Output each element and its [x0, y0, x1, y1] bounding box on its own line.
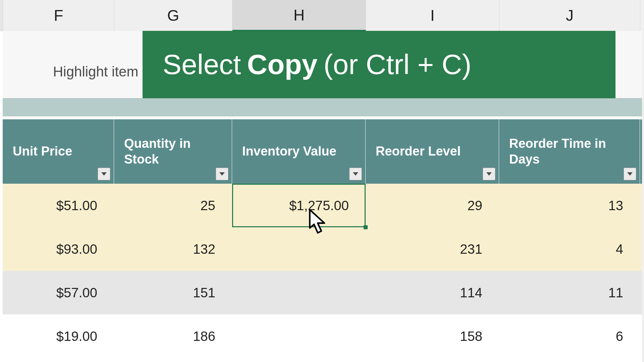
cell-reorder-days[interactable]: 11: [499, 271, 640, 314]
highlight-items-label: Highlight item: [53, 64, 138, 80]
filter-dropdown-icon[interactable]: [98, 168, 110, 180]
col-header-label: Reorder Level: [376, 143, 489, 160]
gutter: [0, 0, 3, 31]
cell-quantity[interactable]: 186: [114, 314, 232, 358]
cell-inventory-value[interactable]: [232, 227, 366, 271]
teal-separator-bar: [3, 98, 644, 116]
cell-reorder-days[interactable]: 4: [499, 227, 640, 271]
cell-reorder-days[interactable]: 6: [499, 314, 640, 358]
cell-unit-price[interactable]: $51.00: [3, 184, 114, 227]
cell-reorder-level[interactable]: 231: [366, 227, 499, 271]
filter-dropdown-icon[interactable]: [624, 168, 636, 180]
cell-inventory-value[interactable]: $1,275.00: [232, 184, 366, 227]
column-header-F[interactable]: F: [3, 0, 114, 31]
col-header-label: Inventory Value: [242, 143, 355, 160]
col-header-label: Unit Price: [13, 143, 104, 160]
scrollbar-track[interactable]: [642, 0, 644, 362]
column-header-H[interactable]: H: [232, 0, 366, 31]
filter-dropdown-icon[interactable]: [216, 168, 228, 180]
column-header-G[interactable]: G: [114, 0, 232, 31]
banner-prefix: Select: [163, 48, 241, 81]
filter-dropdown-icon[interactable]: [483, 168, 495, 180]
column-header-J[interactable]: J: [499, 0, 640, 31]
cell-unit-price[interactable]: $93.00: [3, 227, 114, 271]
col-header-reorder-level[interactable]: Reorder Level: [366, 119, 499, 184]
cell-reorder-level[interactable]: 29: [366, 184, 499, 227]
col-header-reorder-time[interactable]: Reorder Time in Days: [499, 119, 640, 184]
cell-reorder-days[interactable]: 13: [499, 184, 640, 227]
instruction-banner: Select Copy (or Ctrl + C): [143, 31, 615, 98]
col-header-label: Reorder Time in Days: [509, 136, 630, 168]
column-header-I[interactable]: I: [366, 0, 499, 31]
col-header-unit-price[interactable]: Unit Price: [3, 119, 114, 184]
banner-suffix: (or Ctrl + C): [323, 48, 471, 81]
col-header-label: Quantity in Stock: [124, 136, 222, 168]
table-row[interactable]: $51.00 25 $1,275.00 29 13: [3, 184, 644, 227]
cell-inventory-value[interactable]: [232, 314, 366, 358]
cell-unit-price[interactable]: $19.00: [3, 314, 114, 358]
column-header-row: F G H I J: [0, 0, 644, 31]
col-header-inventory-value[interactable]: Inventory Value: [232, 119, 366, 184]
table-row[interactable]: $57.00 151 114 11: [3, 271, 644, 314]
fill-handle[interactable]: [364, 225, 368, 229]
cell-inventory-value[interactable]: [232, 271, 366, 314]
table-row[interactable]: $19.00 186 158 6: [3, 314, 644, 358]
inventory-table: Unit Price Quantity in Stock Inventory V…: [3, 119, 644, 358]
cell-quantity[interactable]: 151: [114, 271, 232, 314]
banner-bold: Copy: [247, 48, 317, 81]
cell-unit-price[interactable]: $57.00: [3, 271, 114, 314]
filter-dropdown-icon[interactable]: [349, 168, 362, 180]
cell-reorder-level[interactable]: 114: [366, 271, 499, 314]
table-row[interactable]: $93.00 132 231 4: [3, 227, 644, 271]
cell-quantity[interactable]: 132: [114, 227, 232, 271]
cell-quantity[interactable]: 25: [114, 184, 232, 227]
table-header-row: Unit Price Quantity in Stock Inventory V…: [3, 119, 644, 184]
col-header-quantity-in-stock[interactable]: Quantity in Stock: [114, 119, 232, 184]
cell-reorder-level[interactable]: 158: [366, 314, 499, 358]
